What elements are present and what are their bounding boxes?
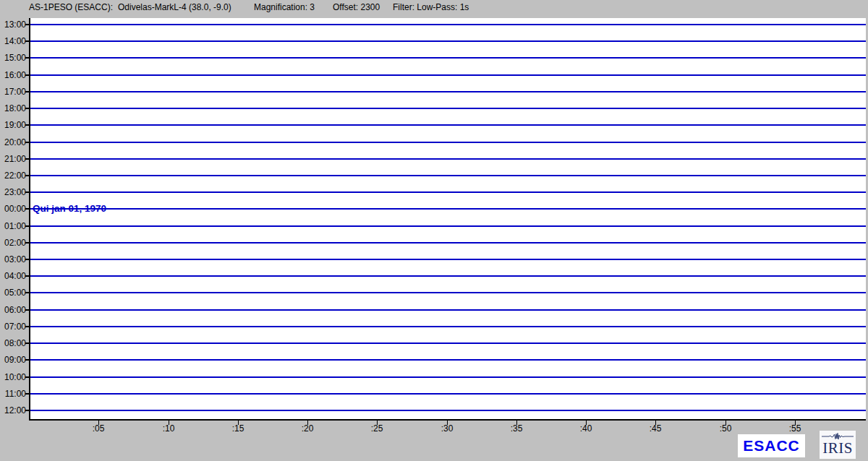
hour-label: 06:00 [0,305,26,315]
trace-line[interactable] [30,225,866,227]
hour-label: 07:00 [0,322,26,332]
offset-label: Offset: 2300 [333,2,380,12]
hour-label: 01:00 [0,221,26,231]
iris-logo: IRIS [820,431,856,459]
hour-label: 17:00 [0,87,26,97]
trace-line[interactable] [30,326,866,327]
hour-label: 00:00 [0,204,26,214]
trace-line[interactable] [30,40,866,42]
trace-line[interactable] [30,74,866,76]
trace-line[interactable] [30,142,866,143]
hour-tick [25,393,30,395]
filter-label: Filter: Low-Pass: 1s [393,2,469,12]
hour-tick [25,225,30,227]
hour-label: 11:00 [0,389,26,399]
trace-line[interactable] [30,410,866,411]
hour-tick [25,24,30,25]
trace-line[interactable] [30,91,866,92]
minute-label: :35 [503,424,529,433]
hour-tick [25,242,30,244]
minute-label: :50 [712,424,739,433]
minute-label: :15 [225,424,251,433]
trace-line[interactable] [30,259,866,260]
hour-label: 18:00 [0,103,26,113]
hour-tick [25,57,30,59]
trace-line[interactable] [30,275,866,277]
trace-line[interactable] [30,342,866,344]
hour-label: 03:00 [0,254,26,264]
hour-label: 20:00 [0,137,26,147]
hour-tick [25,309,30,311]
hour-label: 04:00 [0,271,26,281]
trace-line[interactable] [30,24,866,25]
hour-tick [25,376,30,378]
hour-label: 19:00 [0,120,26,130]
hour-tick [25,275,30,277]
trace-line[interactable] [30,158,866,160]
trace-line[interactable] [30,208,866,210]
hour-tick [25,191,30,193]
hour-label: 10:00 [0,372,26,382]
magnification-label: Magnification: 3 [254,2,315,12]
hour-label: 16:00 [0,70,26,80]
hour-label: 21:00 [0,154,26,164]
minute-label: :10 [156,424,182,433]
hour-tick [25,292,30,293]
hour-label: 22:00 [0,171,26,181]
hour-tick [25,342,30,344]
minute-label: :45 [642,424,668,433]
hour-label: 12:00 [0,405,26,415]
header-bar: AS-1PESO (ESACC): Odivelas-MarkL-4 (38.0… [0,0,868,16]
hour-label: 14:00 [0,36,26,46]
trace-line[interactable] [30,393,866,395]
hour-tick [25,359,30,361]
minute-label: :40 [573,424,599,433]
hour-label: 23:00 [0,187,26,197]
station-label: AS-1PESO (ESACC): [29,2,113,12]
trace-line[interactable] [30,108,866,109]
trace-line[interactable] [30,359,866,361]
iris-logo-text: IRIS [822,440,853,456]
hour-tick [25,108,30,109]
hour-tick [25,91,30,92]
hour-tick [25,74,30,76]
minute-label: :55 [782,424,808,433]
hour-tick [25,259,30,260]
instrument-label: Odivelas-MarkL-4 (38.0, -9.0) [118,2,231,12]
hour-label: 09:00 [0,355,26,365]
hour-label: 15:00 [0,53,26,63]
hour-tick [25,124,30,126]
hour-tick [25,208,30,210]
minute-label: :20 [294,424,320,433]
trace-line[interactable] [30,175,866,176]
hour-tick [25,410,30,411]
esacc-logo-text: ESACC [743,437,800,454]
trace-line[interactable] [30,57,866,59]
hour-tick [25,175,30,176]
hour-label: 02:00 [0,238,26,248]
hour-tick [25,158,30,160]
trace-line[interactable] [30,292,866,293]
trace-line[interactable] [30,309,866,311]
minute-label: :25 [364,424,390,433]
trace-line[interactable] [30,191,866,193]
hour-label: 08:00 [0,338,26,348]
minute-label: :30 [434,424,460,433]
helicorder-plot[interactable]: Qui jan 01, 1970 [29,18,866,421]
hour-tick [25,326,30,327]
minute-label: :05 [85,424,111,433]
hour-label: 05:00 [0,288,26,298]
trace-line[interactable] [30,242,866,244]
hour-tick [25,40,30,42]
amaseis-window: AS-1PESO (ESACC): Odivelas-MarkL-4 (38.0… [0,0,868,461]
hour-label: 13:00 [0,20,26,30]
hour-tick [25,142,30,143]
trace-line[interactable] [30,376,866,378]
trace-line[interactable] [30,124,866,126]
esacc-logo: ESACC [738,434,805,457]
